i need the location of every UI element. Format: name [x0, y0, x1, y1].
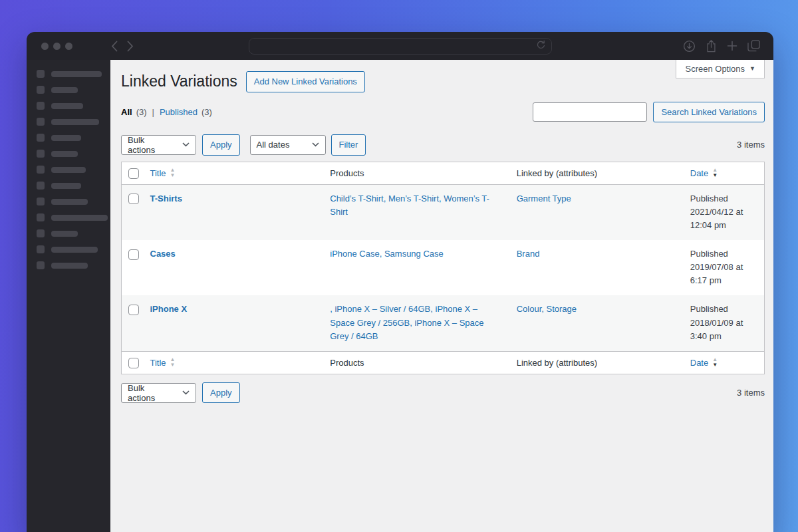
row-linked-by-links[interactable]: Brand — [517, 249, 540, 259]
linked-variations-table: Title▲▼ Products Linked by (attributes) … — [121, 162, 765, 374]
items-count: 3 items — [737, 140, 765, 150]
row-date: 2018/01/09 at 3:40 pm — [690, 318, 743, 341]
menu-item-icon — [37, 229, 45, 237]
filter-button[interactable]: Filter — [331, 134, 366, 156]
sort-arrows-icon: ▲▼ — [712, 168, 718, 178]
share-icon[interactable] — [706, 39, 717, 53]
row-products-links[interactable]: Child’s T-Shirt, Men’s T-Shirt, Women’s … — [330, 194, 489, 217]
row-linked-by-links[interactable]: Garment Type — [517, 194, 571, 203]
address-bar[interactable] — [249, 38, 552, 55]
row-date: 2021/04/12 at 12:04 pm — [690, 207, 743, 230]
view-filter-published[interactable]: Published — [160, 107, 198, 117]
table-row: Cases iPhone Case, Samsung Case Brand Pu… — [122, 240, 765, 295]
row-status: Published — [690, 303, 757, 316]
new-tab-icon[interactable] — [727, 41, 737, 51]
menu-item-icon — [37, 150, 45, 158]
back-icon[interactable] — [111, 41, 118, 52]
view-filter-published-count: (3) — [201, 107, 212, 117]
view-filters: All (3) | Published (3) — [121, 107, 212, 117]
table-header-row: Title▲▼ Products Linked by (attributes) … — [122, 162, 765, 184]
menu-item-icon — [37, 213, 45, 221]
row-status: Published — [690, 192, 757, 205]
table-row: T-Shirts Child’s T-Shirt, Men’s T-Shirt,… — [122, 184, 765, 240]
row-title-link[interactable]: Cases — [150, 249, 176, 259]
column-header-products: Products — [323, 162, 509, 184]
download-icon[interactable] — [683, 40, 696, 53]
sidebar-menu-item[interactable] — [27, 118, 110, 126]
sort-by-date[interactable]: Date▲▼ — [690, 168, 718, 178]
browser-toolbar — [27, 32, 773, 60]
sidebar-menu-item[interactable] — [27, 150, 110, 158]
screen-options-button[interactable]: Screen Options ▼ — [676, 60, 765, 78]
sidebar-menu-item[interactable] — [27, 229, 110, 237]
select-row-checkbox[interactable] — [128, 249, 139, 260]
bulk-actions-select[interactable]: Bulk actions — [121, 135, 196, 155]
dates-filter-select[interactable]: All dates — [250, 135, 326, 155]
sidebar-menu-item[interactable] — [27, 182, 110, 190]
table-footer-row: Title▲▼ Products Linked by (attributes) … — [122, 351, 765, 374]
sidebar-menu-item[interactable] — [27, 261, 110, 269]
window-control-icon[interactable] — [65, 43, 72, 50]
admin-content: Screen Options ▼ Linked Variations Add N… — [110, 60, 773, 532]
select-row-checkbox[interactable] — [128, 305, 139, 315]
chevron-down-icon — [312, 142, 319, 147]
menu-item-icon — [37, 86, 45, 94]
menu-item-icon — [37, 70, 45, 78]
apply-button[interactable]: Apply — [202, 134, 240, 156]
sidebar-menu-item[interactable] — [27, 134, 110, 142]
chevron-down-icon: ▼ — [749, 66, 755, 72]
sort-arrows-icon: ▲▼ — [170, 357, 176, 368]
menu-item-icon — [37, 166, 45, 174]
sidebar-menu-item[interactable] — [27, 213, 110, 221]
browser-window: Screen Options ▼ Linked Variations Add N… — [27, 32, 773, 532]
view-filter-all-count: (3) — [136, 107, 147, 117]
row-products-links[interactable]: , iPhone X – Silver / 64GB, iPhone X – S… — [330, 304, 483, 340]
sidebar-menu-item[interactable] — [27, 86, 110, 94]
select-all-checkbox[interactable] — [128, 168, 139, 179]
admin-sidebar — [27, 60, 110, 532]
window-control-icon[interactable] — [53, 43, 61, 50]
page-title: Linked Variations — [121, 72, 237, 92]
menu-item-icon — [37, 245, 45, 253]
menu-item-icon — [37, 198, 45, 205]
sidebar-menu-item[interactable] — [27, 245, 110, 253]
sidebar-menu-item[interactable] — [27, 102, 110, 110]
sort-by-title[interactable]: Title▲▼ — [150, 168, 176, 178]
menu-item-icon — [37, 102, 45, 110]
forward-icon[interactable] — [127, 41, 134, 52]
sort-by-date[interactable]: Date▲▼ — [690, 357, 718, 368]
row-title-link[interactable]: iPhone X — [150, 304, 188, 314]
sidebar-menu-item[interactable] — [27, 198, 110, 205]
column-header-linked-by: Linked by (attributes) — [510, 351, 684, 374]
view-filter-all[interactable]: All — [121, 107, 132, 117]
screen-options-label: Screen Options — [685, 64, 745, 74]
column-header-products: Products — [323, 351, 509, 374]
tab-overview-icon[interactable] — [747, 40, 760, 52]
view-filter-separator: | — [152, 107, 154, 117]
select-all-checkbox[interactable] — [128, 358, 139, 368]
sort-by-title[interactable]: Title▲▼ — [150, 357, 176, 368]
window-control-icon[interactable] — [41, 43, 49, 50]
table-row: iPhone X , iPhone X – Silver / 64GB, iPh… — [122, 295, 765, 351]
sidebar-menu-item[interactable] — [27, 166, 110, 174]
row-status: Published — [690, 247, 757, 261]
column-header-linked-by: Linked by (attributes) — [510, 162, 684, 184]
row-title-link[interactable]: T-Shirts — [150, 194, 182, 203]
chevron-down-icon — [182, 390, 190, 395]
search-input[interactable] — [533, 102, 647, 122]
search-button[interactable]: Search Linked Variations — [653, 102, 765, 123]
sidebar-menu-item[interactable] — [27, 70, 110, 78]
chevron-down-icon — [182, 142, 190, 147]
bulk-actions-select[interactable]: Bulk actions — [121, 383, 196, 403]
menu-item-icon — [37, 118, 45, 126]
select-row-checkbox[interactable] — [128, 194, 139, 204]
sort-arrows-icon: ▲▼ — [712, 357, 718, 368]
reload-icon[interactable] — [536, 40, 546, 53]
row-products-links[interactable]: iPhone Case, Samsung Case — [330, 249, 444, 259]
sort-arrows-icon: ▲▼ — [170, 168, 176, 178]
row-linked-by-links[interactable]: Colour, Storage — [517, 304, 577, 314]
menu-item-icon — [37, 261, 45, 269]
add-new-button[interactable]: Add New Linked Variations — [246, 71, 365, 92]
apply-button[interactable]: Apply — [202, 382, 240, 404]
window-controls[interactable] — [41, 43, 72, 50]
